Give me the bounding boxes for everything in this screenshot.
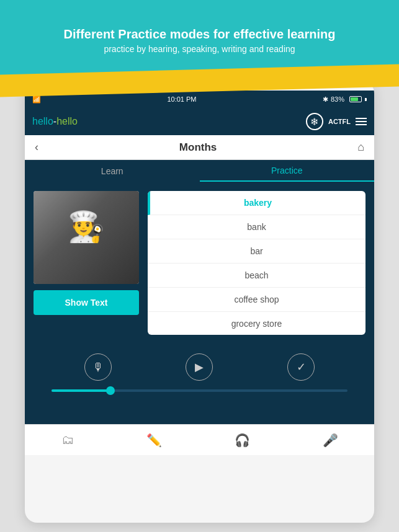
bluetooth-icon: ✱ bbox=[323, 95, 328, 104]
mic-button[interactable]: 🎙 bbox=[84, 353, 112, 381]
back-button[interactable]: ‹ bbox=[35, 141, 38, 154]
bottom-nav-listen[interactable]: 🎧 bbox=[235, 433, 250, 448]
answer-item[interactable]: grocery store bbox=[148, 312, 365, 335]
headphone-icon: 🎧 bbox=[235, 433, 250, 448]
play-button[interactable]: ▶ bbox=[186, 353, 213, 381]
header-right: ❄ ACTFL bbox=[306, 113, 367, 130]
battery-tip bbox=[365, 98, 367, 101]
baker-image bbox=[34, 191, 139, 284]
battery-icon bbox=[349, 96, 362, 102]
banner-title: Different Practice modes for effective l… bbox=[52, 27, 348, 42]
status-left: 📶 bbox=[32, 95, 41, 104]
progress-thumb bbox=[106, 386, 115, 395]
answer-item[interactable]: beach bbox=[148, 264, 365, 288]
play-icon: ▶ bbox=[195, 360, 204, 374]
bottom-nav-mic[interactable]: 🎤 bbox=[323, 433, 338, 448]
actfl-label: ACTFL bbox=[328, 118, 351, 125]
tab-learn[interactable]: Learn bbox=[25, 161, 200, 181]
nav-bar: ‹ Months ⌂ bbox=[25, 135, 374, 160]
tab-practice[interactable]: Practice bbox=[200, 161, 375, 182]
answer-item[interactable]: coffee shop bbox=[148, 288, 365, 312]
logo: hello-hello bbox=[32, 116, 78, 127]
answer-list: bakerybankbarbeachcoffee shopgrocery sto… bbox=[148, 191, 365, 335]
status-right: ✱ 83% bbox=[323, 95, 367, 104]
app-header: hello-hello ❄ ACTFL bbox=[25, 108, 374, 135]
main-content: Show Text bakerybankbarbeachcoffee shopg… bbox=[25, 182, 374, 344]
bottom-nav-vocab[interactable]: 🗂 bbox=[61, 433, 74, 447]
home-button[interactable]: ⌂ bbox=[357, 141, 364, 154]
edit-icon: ✏️ bbox=[146, 433, 162, 448]
control-buttons: 🎙 ▶ ✓ bbox=[35, 353, 364, 381]
battery-percent: 83% bbox=[331, 95, 344, 103]
actfl-snowflake: ❄ bbox=[310, 116, 318, 128]
wifi-icon: 📶 bbox=[32, 95, 41, 104]
status-time: 10:01 PM bbox=[167, 95, 196, 103]
menu-button[interactable] bbox=[356, 118, 367, 125]
baker-img bbox=[34, 191, 139, 284]
answer-list-panel: bakerybankbarbeachcoffee shopgrocery sto… bbox=[148, 191, 365, 335]
answer-item[interactable]: bar bbox=[148, 239, 365, 264]
progress-bar[interactable] bbox=[52, 389, 348, 392]
left-panel: Show Text bbox=[34, 191, 139, 335]
mic-icon: 🎙 bbox=[92, 361, 104, 374]
logo-hello: hello bbox=[32, 116, 53, 126]
tablet-frame: 📶 10:01 PM ✱ 83% hello-hello ❄ ACTFL ‹ bbox=[25, 81, 374, 523]
controls-section: 🎙 ▶ ✓ bbox=[25, 344, 374, 424]
progress-fill bbox=[52, 389, 111, 392]
tab-bar: Learn Practice bbox=[25, 160, 374, 182]
microphone-icon: 🎤 bbox=[323, 433, 338, 448]
bottom-nav: 🗂 ✏️ 🎧 🎤 bbox=[25, 424, 374, 455]
banner-subtitle: practice by hearing, speaking, writing a… bbox=[104, 44, 295, 54]
vocab-icon: 🗂 bbox=[61, 433, 74, 447]
banner: Different Practice modes for effective l… bbox=[0, 0, 399, 81]
answer-item[interactable]: bakery bbox=[148, 191, 365, 215]
logo-hello2: hello bbox=[56, 116, 78, 126]
answer-item[interactable]: bank bbox=[148, 215, 365, 239]
bottom-nav-edit[interactable]: ✏️ bbox=[146, 433, 162, 448]
actfl-icon: ❄ bbox=[306, 113, 323, 130]
check-button[interactable]: ✓ bbox=[287, 353, 315, 381]
check-icon: ✓ bbox=[297, 360, 306, 374]
nav-title: Months bbox=[179, 141, 217, 154]
show-text-button[interactable]: Show Text bbox=[34, 290, 139, 315]
